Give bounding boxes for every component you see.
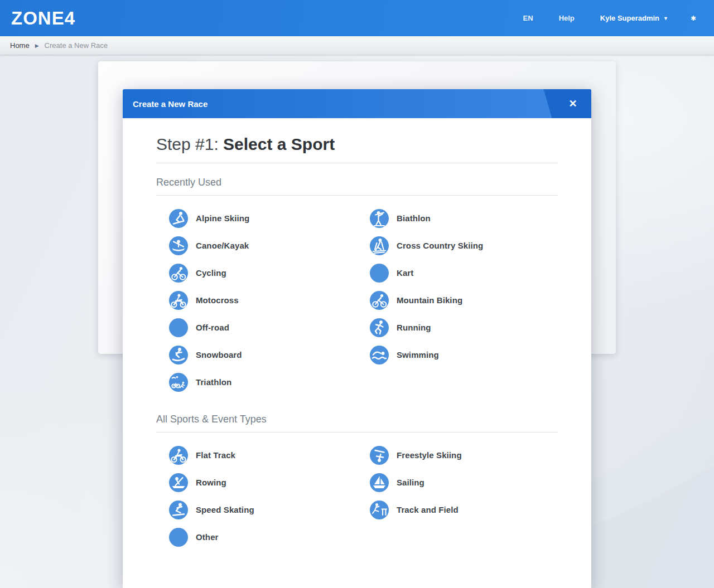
speed-skater-icon — [169, 500, 188, 519]
blank-circle-icon — [370, 264, 389, 283]
canoe-kayak-item[interactable]: Canoe/Kayak — [156, 236, 357, 264]
alpine-skiing-label: Alpine Skiing — [196, 213, 249, 223]
header-nav: EN Help Kyle Superadmin ▼ ✱ — [523, 14, 714, 22]
flat-track-item[interactable]: Flat Track — [156, 446, 357, 473]
kart-label: Kart — [397, 268, 413, 278]
track-and-field-item[interactable]: Track and Field — [357, 500, 558, 528]
modal-header: Create a New Race ✕ — [123, 89, 591, 118]
swimming-label: Swimming — [397, 350, 439, 359]
breadcrumb-current: Create a New Race — [45, 41, 108, 50]
rowing-label: Rowing — [196, 478, 226, 487]
chevron-down-icon: ▼ — [663, 16, 668, 21]
canoe-kayak-label: Canoe/Kayak — [196, 241, 249, 250]
swimmer-icon — [370, 346, 389, 365]
triathlete-icon — [169, 373, 188, 392]
cross-country-skiing-item[interactable]: Cross Country Skiing — [357, 236, 558, 264]
other-item[interactable]: Other — [156, 528, 357, 555]
biathlon-item[interactable]: Biathlon — [357, 209, 558, 236]
snowboard-label: Snowboard — [196, 350, 242, 359]
track-and-field-label: Track and Field — [397, 505, 459, 514]
biathlon-shooter-icon — [370, 209, 389, 228]
mountain-biker-icon — [370, 291, 389, 310]
mountain-backdrop — [591, 435, 714, 588]
mountain-biking-item[interactable]: Mountain Biking — [357, 291, 558, 318]
freestyle-skiing-label: Freestyle Skiing — [397, 450, 462, 460]
close-icon[interactable]: ✕ — [554, 89, 591, 118]
section-heading-all-sports: All Sports & Event Types — [156, 414, 558, 433]
zone4-logo[interactable]: ZONE4 — [11, 8, 75, 29]
blank-circle-icon — [169, 528, 188, 547]
flat-track-rider-icon — [169, 446, 188, 465]
cyclist-icon — [169, 264, 188, 283]
create-race-modal: Create a New Race ✕ Step #1: Select a Sp… — [123, 89, 591, 588]
hurdler-icon — [370, 500, 389, 519]
canoe-paddler-icon — [169, 236, 188, 255]
sailing-label: Sailing — [397, 478, 424, 487]
rowing-item[interactable]: Rowing — [156, 473, 357, 500]
triathlon-label: Triathlon — [196, 377, 231, 387]
user-menu-label: Kyle Superadmin — [600, 14, 659, 22]
freestyle-skiing-item[interactable]: Freestyle Skiing — [357, 446, 558, 473]
rower-icon — [169, 473, 188, 492]
step-prefix: Step #1: — [156, 135, 223, 153]
speed-skating-item[interactable]: Speed Skating — [156, 500, 357, 528]
all-sports-grid: Flat Track Freestyle Skiing Rowing Sai — [156, 446, 558, 555]
alpine-skiing-item[interactable]: Alpine Skiing — [156, 209, 357, 236]
snowboard-item[interactable]: Snowboard — [156, 346, 357, 373]
sailboat-icon — [370, 473, 389, 492]
modal-body: Step #1: Select a Sport Recently Used Al… — [123, 118, 591, 555]
cycling-item[interactable]: Cycling — [156, 264, 357, 291]
mountain-biking-label: Mountain Biking — [397, 295, 462, 305]
modal-title: Create a New Race — [133, 99, 208, 109]
swimming-item[interactable]: Swimming — [357, 346, 558, 373]
cross-country-skiing-label: Cross Country Skiing — [397, 241, 483, 250]
runner-icon — [370, 318, 389, 337]
settings-gear-icon[interactable]: ✱ — [691, 14, 696, 22]
breadcrumb: Home ▶ Create a New Race — [0, 36, 714, 55]
motocross-rider-icon — [169, 291, 188, 310]
step-name: Select a Sport — [223, 135, 335, 153]
step-title: Step #1: Select a Sport — [156, 135, 558, 163]
xc-skier-icon — [370, 236, 389, 255]
off-road-label: Off-road — [196, 323, 229, 332]
off-road-item[interactable]: Off-road — [156, 318, 357, 346]
user-menu-button[interactable]: Kyle Superadmin ▼ — [600, 14, 668, 22]
cycling-label: Cycling — [196, 268, 226, 278]
freestyle-skier-icon — [370, 446, 389, 465]
blank-circle-icon — [169, 318, 188, 337]
biathlon-label: Biathlon — [397, 213, 431, 223]
flat-track-label: Flat Track — [196, 450, 235, 460]
snowboarder-icon — [169, 346, 188, 365]
running-item[interactable]: Running — [357, 318, 558, 346]
app-header: ZONE4 EN Help Kyle Superadmin ▼ ✱ — [0, 0, 714, 36]
motocross-label: Motocross — [196, 295, 239, 305]
chevron-right-icon: ▶ — [35, 43, 39, 48]
help-button[interactable]: Help — [559, 14, 575, 22]
recently-used-grid: Alpine Skiing Biathlon Canoe/Kayak Cro — [156, 209, 558, 400]
alpine-skier-icon — [169, 209, 188, 228]
breadcrumb-home-link[interactable]: Home — [10, 41, 30, 50]
motocross-item[interactable]: Motocross — [156, 291, 357, 318]
running-label: Running — [397, 323, 431, 332]
sailing-item[interactable]: Sailing — [357, 473, 558, 500]
triathlon-item[interactable]: Triathlon — [156, 373, 357, 400]
language-button[interactable]: EN — [523, 14, 533, 22]
kart-item[interactable]: Kart — [357, 264, 558, 291]
other-label: Other — [196, 532, 219, 542]
section-heading-recently-used: Recently Used — [156, 177, 558, 196]
speed-skating-label: Speed Skating — [196, 505, 254, 514]
